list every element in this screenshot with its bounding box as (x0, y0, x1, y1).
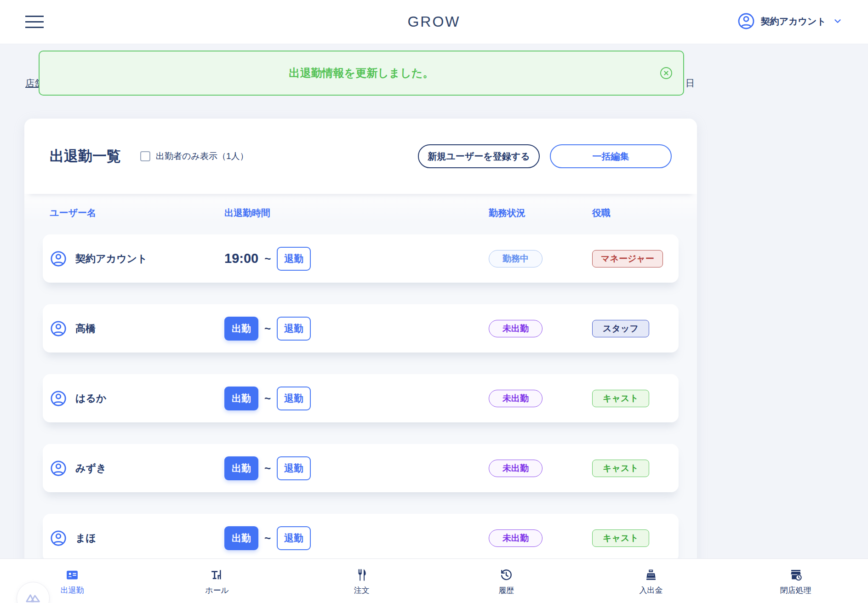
account-menu[interactable]: 契約アカウント (737, 12, 843, 30)
nav-label-cash: 入出金 (640, 585, 663, 596)
role-badge: キャスト (592, 390, 649, 407)
time-separator: ~ (264, 462, 271, 475)
clock-out-button[interactable]: 退勤 (277, 387, 311, 410)
clock-in-button[interactable]: 出勤 (224, 317, 258, 341)
history-clock-icon (499, 568, 513, 582)
nav-item-hall[interactable]: ホール (145, 559, 290, 603)
attendance-card: 出退勤一覧 出勤者のみ表示（1人） 新規ユーザーを登録する 一括編集 ユーザー名… (24, 119, 697, 603)
nav-item-history[interactable]: 履歴 (434, 559, 579, 603)
user-name: みずき (75, 461, 107, 475)
user-avatar-icon (50, 250, 67, 267)
clock-in-time: 19:00 (224, 251, 258, 266)
clock-out-button[interactable]: 退勤 (277, 317, 311, 341)
work-status-badge: 勤務中 (489, 250, 542, 267)
attendance-filter-checkbox[interactable] (140, 151, 150, 161)
nav-item-order[interactable]: 注文 (289, 559, 434, 603)
table-row: まほ 出勤~退勤 未出勤 キャスト (43, 514, 679, 562)
bottom-nav: 出退勤ホール注文履歴入出金閉店処理 (0, 558, 868, 603)
time-cell: 出勤~退勤 (224, 456, 489, 480)
toast-close-icon[interactable] (659, 66, 673, 80)
column-header-time: 出退勤時間 (224, 207, 489, 219)
store-clock-icon (789, 568, 803, 582)
nav-label-closing: 閉店処理 (780, 585, 811, 596)
toast-message: 出退勤情報を更新しました。 (289, 66, 434, 80)
role-badge: マネージャー (592, 250, 663, 267)
column-header-status: 勤務状況 (489, 207, 592, 219)
idcard-icon (65, 568, 79, 582)
time-cell: 出勤~退勤 (224, 317, 489, 341)
role-badge: キャスト (592, 529, 649, 547)
work-status-badge: 未出勤 (489, 529, 542, 547)
attendance-filter-label: 出勤者のみ表示（1人） (156, 150, 248, 162)
role-badge: スタッフ (592, 320, 649, 337)
table-row: みずき 出勤~退勤 未出勤 キャスト (43, 444, 679, 492)
time-separator: ~ (264, 532, 271, 545)
cash-register-icon (644, 568, 658, 582)
page-title: 出退勤一覧 (50, 147, 121, 166)
breadcrumb-date-partial: 日 (685, 77, 695, 90)
user-name: まほ (75, 531, 96, 545)
user-avatar-icon (50, 529, 67, 547)
clock-out-button[interactable]: 退勤 (277, 247, 311, 271)
nav-label-history: 履歴 (498, 585, 514, 596)
table-row: 高橋 出勤~退勤 未出勤 スタッフ (43, 304, 679, 353)
nav-label-hall: ホール (205, 585, 229, 596)
attendance-card-header: 出退勤一覧 出勤者のみ表示（1人） 新規ユーザーを登録する 一括編集 (24, 119, 697, 194)
header-actions: 新規ユーザーを登録する 一括編集 (418, 144, 672, 168)
user-name: 高橋 (75, 322, 96, 336)
attendance-list-area: ユーザー名 出退勤時間 勤務状況 役職 契約アカウント 19:00~退勤 勤務中 (24, 194, 697, 603)
attendance-filter[interactable]: 出勤者のみ表示（1人） (140, 150, 248, 162)
nav-item-closing[interactable]: 閉店処理 (723, 559, 868, 603)
time-cell: 出勤~退勤 (224, 387, 489, 410)
bulk-edit-button[interactable]: 一括編集 (550, 144, 672, 168)
clock-in-button[interactable]: 出勤 (224, 387, 258, 410)
work-status-badge: 未出勤 (489, 460, 542, 477)
nav-label-attendance: 出退勤 (61, 585, 84, 596)
column-header-user: ユーザー名 (50, 207, 224, 219)
account-name: 契約アカウント (761, 15, 826, 28)
nav-label-order: 注文 (354, 585, 370, 596)
table-chair-icon (210, 568, 224, 582)
chevron-down-icon (833, 16, 843, 26)
user-name: 契約アカウント (75, 252, 148, 266)
clock-in-button[interactable]: 出勤 (224, 526, 258, 550)
register-user-button[interactable]: 新規ユーザーを登録する (418, 144, 540, 168)
user-avatar-icon (50, 390, 67, 407)
work-status-badge: 未出勤 (489, 390, 542, 407)
attendance-rows: 契約アカウント 19:00~退勤 勤務中 マネージャー 高橋 出勤~退勤 (43, 234, 679, 562)
clock-in-button[interactable]: 出勤 (224, 456, 258, 480)
role-badge: キャスト (592, 460, 649, 477)
table-row: はるか 出勤~退勤 未出勤 キャスト (43, 374, 679, 422)
success-toast: 出退勤情報を更新しました。 (39, 51, 684, 96)
account-avatar-icon (737, 12, 755, 30)
nav-item-cash[interactable]: 入出金 (579, 559, 724, 603)
top-bar: GROW 契約アカウント (0, 0, 868, 44)
cutlery-icon (355, 568, 369, 582)
time-cell: 出勤~退勤 (224, 526, 489, 550)
column-header-role: 役職 (592, 207, 679, 219)
time-cell: 19:00~退勤 (224, 247, 489, 271)
time-separator: ~ (264, 322, 271, 335)
time-separator: ~ (264, 392, 271, 405)
user-avatar-icon (50, 460, 67, 477)
table-row: 契約アカウント 19:00~退勤 勤務中 マネージャー (43, 234, 679, 283)
column-header-row: ユーザー名 出退勤時間 勤務状況 役職 (43, 202, 679, 223)
time-separator: ~ (264, 252, 271, 265)
work-status-badge: 未出勤 (489, 320, 542, 337)
user-name: はるか (75, 392, 107, 405)
user-avatar-icon (50, 320, 67, 337)
clock-out-button[interactable]: 退勤 (277, 526, 311, 550)
clock-out-button[interactable]: 退勤 (277, 456, 311, 480)
